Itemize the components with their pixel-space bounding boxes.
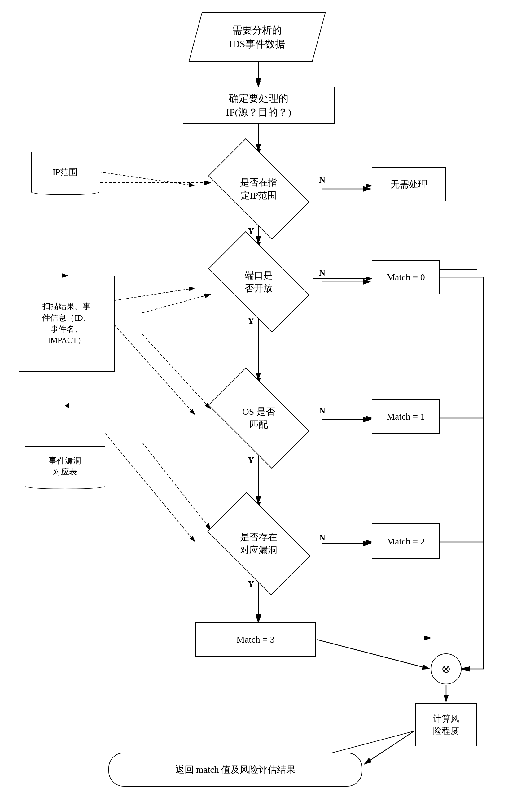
n-label-1: N (319, 175, 325, 185)
diamond3: OS 是否 匹配 (195, 381, 322, 455)
calc-risk-shape: 计算风 险程度 (415, 703, 477, 746)
match3-label: Match = 3 (236, 633, 275, 646)
match2-shape: Match = 2 (372, 523, 440, 559)
diamond4-label: 是否存在 对应漏洞 (240, 530, 277, 556)
diamond3-label: OS 是否 匹配 (242, 405, 275, 431)
diamond2-shape: 端口是 否开放 (195, 245, 322, 319)
diamond3-shape: OS 是否 匹配 (195, 381, 322, 455)
ip-range-shape: IP范围 (31, 152, 99, 192)
y-label-4: Y (248, 579, 254, 589)
event-vuln-label: 事件漏洞 对应表 (49, 455, 81, 478)
match2-label: Match = 2 (386, 535, 425, 548)
return-label: 返回 match 值及风险评估结果 (175, 763, 295, 776)
diamond1-label: 是否在指 定IP范围 (240, 176, 277, 202)
start-shape: 需要分析的 IDS事件数据 (189, 12, 326, 62)
scan-info-label: 扫描结果、事 件信息（ID、 事件名、 IMPACT） (42, 301, 91, 346)
scan-info-shape: 扫描结果、事 件信息（ID、 事件名、 IMPACT） (19, 276, 115, 372)
no-process-label: 无需处理 (390, 178, 428, 191)
diamond2-label: 端口是 否开放 (245, 269, 272, 295)
diamond1: 是否在指 定IP范围 (195, 152, 322, 226)
svg-line-26 (99, 172, 195, 186)
match0-shape: Match = 0 (372, 260, 440, 294)
svg-line-29 (115, 288, 195, 300)
svg-line-47 (364, 731, 414, 764)
match1-label: Match = 1 (386, 410, 425, 423)
ip-range-label: IP范围 (53, 166, 78, 178)
svg-line-30 (115, 325, 195, 415)
event-vuln-shape: 事件漏洞 对应表 (25, 446, 105, 486)
circle-join-shape: ⊗ (431, 654, 462, 685)
circle-x-icon: ⊗ (441, 662, 451, 675)
no-process-shape: 无需处理 (372, 167, 446, 201)
calc-risk-label: 计算风 险程度 (433, 713, 459, 737)
n-label-4: N (319, 533, 325, 543)
diamond2: 端口是 否开放 (195, 245, 322, 319)
step1-label: 确定要处理的 IP(源？目的？) (226, 91, 291, 119)
start-label: 需要分析的 IDS事件数据 (229, 23, 285, 51)
match3-shape: Match = 3 (195, 622, 316, 657)
step1-shape: 确定要处理的 IP(源？目的？) (183, 87, 335, 124)
diamond4: 是否存在 对应漏洞 (195, 505, 322, 582)
match0-label: Match = 0 (386, 271, 425, 284)
diamond1-shape: 是否在指 定IP范围 (195, 152, 322, 226)
svg-line-31 (105, 434, 195, 542)
svg-line-45 (317, 639, 430, 669)
diagram-container: 需要分析的 IDS事件数据 确定要处理的 IP(源？目的？) IP范围 是否在指… (0, 0, 517, 812)
match1-shape: Match = 1 (372, 400, 440, 434)
n-label-2: N (319, 268, 325, 278)
diamond4-shape: 是否存在 对应漏洞 (195, 505, 322, 582)
y-label-2: Y (248, 316, 254, 326)
y-label-3: Y (248, 455, 254, 465)
return-shape: 返回 match 值及风险评估结果 (108, 753, 363, 787)
n-label-3: N (319, 406, 325, 415)
